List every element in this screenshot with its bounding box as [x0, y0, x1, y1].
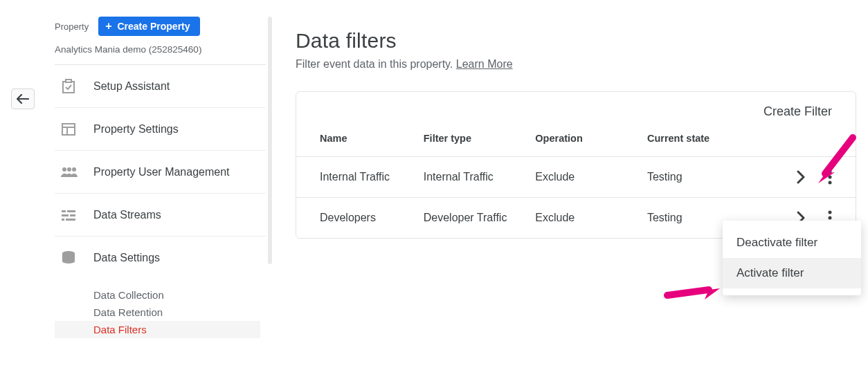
cell-operation: Exclude: [531, 157, 643, 198]
streams-icon: [59, 209, 78, 221]
nav-label: Data Settings: [93, 252, 160, 264]
col-operation: Operation: [531, 126, 643, 157]
users-icon: [59, 166, 78, 178]
subnav-data-collection[interactable]: Data Collection: [55, 286, 266, 304]
table-row[interactable]: Internal Traffic Internal Traffic Exclud…: [296, 157, 856, 198]
plus-icon: +: [105, 21, 111, 32]
row-actions: [759, 169, 851, 185]
property-subtitle: Analytics Mania demo (252825460): [55, 44, 266, 65]
property-label: Property: [55, 21, 89, 32]
svg-rect-13: [66, 219, 75, 221]
cell-state: Testing: [643, 157, 755, 198]
nav-label: Setup Assistant: [93, 80, 170, 93]
svg-rect-1: [66, 80, 71, 82]
nav-user-management[interactable]: Property User Management: [55, 151, 266, 194]
cell-operation: Exclude: [531, 198, 643, 239]
back-button[interactable]: [11, 89, 35, 109]
nav-setup-assistant[interactable]: Setup Assistant: [55, 65, 266, 108]
svg-point-17: [829, 181, 832, 185]
property-header: Property + Create Property: [55, 17, 266, 44]
col-name: Name: [296, 126, 419, 157]
create-property-label: Create Property: [117, 21, 190, 32]
create-filter-button[interactable]: Create Filter: [763, 104, 832, 119]
nav-label: Property User Management: [93, 166, 230, 178]
card-header: Create Filter: [296, 92, 856, 126]
nav-property-settings[interactable]: Property Settings: [55, 108, 266, 151]
layout-icon: [59, 121, 78, 138]
nav-data-settings[interactable]: Data Settings: [55, 237, 266, 279]
svg-rect-11: [70, 214, 75, 216]
learn-more-link[interactable]: Learn More: [456, 58, 513, 70]
chevron-right-icon[interactable]: [796, 169, 806, 185]
checkbox-icon: [59, 78, 78, 95]
svg-rect-8: [62, 210, 66, 212]
menu-activate-filter[interactable]: Activate filter: [723, 258, 861, 288]
menu-deactivate-filter[interactable]: Deactivate filter: [723, 228, 861, 258]
sidebar: Property + Create Property Analytics Man…: [55, 17, 266, 338]
svg-rect-10: [62, 214, 69, 216]
nav-data-streams[interactable]: Data Streams: [55, 194, 266, 237]
page-title: Data filters: [296, 29, 856, 53]
cell-name: Developers: [296, 198, 419, 239]
cell-name: Internal Traffic: [296, 157, 419, 198]
subnav-data-retention[interactable]: Data Retention: [55, 304, 266, 321]
subnav-data-filters[interactable]: Data Filters: [55, 321, 260, 338]
sub-nav: Data Collection Data Retention Data Filt…: [55, 279, 266, 338]
svg-point-5: [62, 167, 66, 172]
nav-label: Data Streams: [93, 209, 161, 221]
svg-rect-12: [62, 219, 64, 221]
scrollbar[interactable]: [268, 17, 272, 264]
svg-point-7: [72, 167, 76, 172]
svg-point-16: [829, 176, 832, 179]
cell-type: Developer Traffic: [419, 198, 532, 239]
svg-rect-0: [63, 82, 74, 93]
filters-card: Create Filter Name Filter type Operation…: [296, 91, 856, 239]
row-context-menu: Deactivate filter Activate filter: [723, 221, 861, 295]
svg-rect-2: [62, 124, 75, 135]
cell-type: Internal Traffic: [419, 157, 532, 198]
database-icon: [59, 250, 78, 266]
svg-rect-9: [67, 210, 75, 212]
svg-point-15: [829, 170, 832, 174]
col-state: Current state: [643, 126, 755, 157]
description-text: Filter event data in this property.: [296, 58, 456, 70]
table-header-row: Name Filter type Operation Current state: [296, 126, 856, 157]
svg-point-18: [829, 211, 832, 214]
col-type: Filter type: [419, 126, 532, 157]
nav-label: Property Settings: [93, 123, 179, 136]
annotation-arrow-icon: [662, 279, 724, 306]
back-arrow-icon: [17, 94, 29, 104]
create-property-button[interactable]: + Create Property: [98, 17, 199, 36]
page-description: Filter event data in this property. Lear…: [296, 58, 856, 71]
svg-point-19: [829, 216, 832, 220]
kebab-menu-icon[interactable]: [828, 169, 832, 185]
main-content: Data filters Filter event data in this p…: [296, 29, 856, 239]
svg-point-6: [67, 167, 71, 172]
